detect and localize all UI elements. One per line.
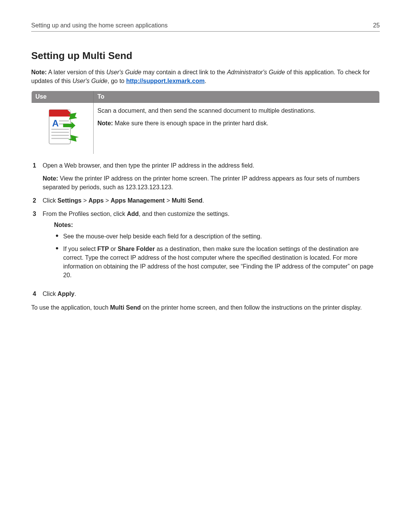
header-section-title: Setting up and using the home screen app… <box>31 22 167 29</box>
notes-bullet-list: See the mouse‑over help beside each fiel… <box>54 232 380 284</box>
running-header: Setting up and using the home screen app… <box>31 22 380 32</box>
step-1-note: Note: View the printer IP address on the… <box>43 174 380 192</box>
svg-rect-1 <box>49 110 70 117</box>
svg-rect-5 <box>51 129 69 130</box>
note-bullet-2: If you select FTP or Share Folder as a d… <box>54 244 380 284</box>
multi-send-icon-cell: A <box>32 103 94 154</box>
document-page: Setting up and using the home screen app… <box>0 0 411 532</box>
step-4: Click Apply. <box>31 289 380 303</box>
table-row: A <box>32 103 380 154</box>
multi-send-icon: A <box>41 107 83 149</box>
svg-text:A: A <box>52 118 59 128</box>
table-header-to: To <box>94 91 380 103</box>
note-bullet-1: See the mouse‑over help beside each fiel… <box>54 232 380 244</box>
support-link[interactable]: http://support.lexmark.com <box>126 78 204 84</box>
use-to-table: Use To A <box>31 91 380 154</box>
header-page-number: 25 <box>373 22 380 29</box>
step-1: Open a Web browser, and then type the pr… <box>31 161 380 196</box>
notes-label: Notes: <box>54 220 380 229</box>
svg-rect-3 <box>59 120 69 121</box>
note-label: Note: <box>31 69 47 75</box>
svg-rect-7 <box>51 135 69 136</box>
steps-list: Open a Web browser, and then type the pr… <box>31 161 380 303</box>
step-3: From the Profiles section, click Add, an… <box>31 209 380 289</box>
to-line-1: Scan a document, and then send the scann… <box>97 107 376 115</box>
closing-paragraph: To use the application, touch Multi Send… <box>31 303 380 312</box>
intro-paragraph: Note: A later version of this User's Gui… <box>31 68 380 85</box>
svg-rect-6 <box>51 132 69 133</box>
to-note: Note: Make sure there is enough space in… <box>97 119 376 128</box>
page-title: Setting up Multi Send <box>31 50 380 62</box>
table-header-use: Use <box>32 91 94 103</box>
table-to-cell: Scan a document, and then send the scann… <box>94 103 380 154</box>
svg-rect-8 <box>51 138 69 139</box>
step-2: Click Settings > Apps > Apps Management … <box>31 196 380 209</box>
